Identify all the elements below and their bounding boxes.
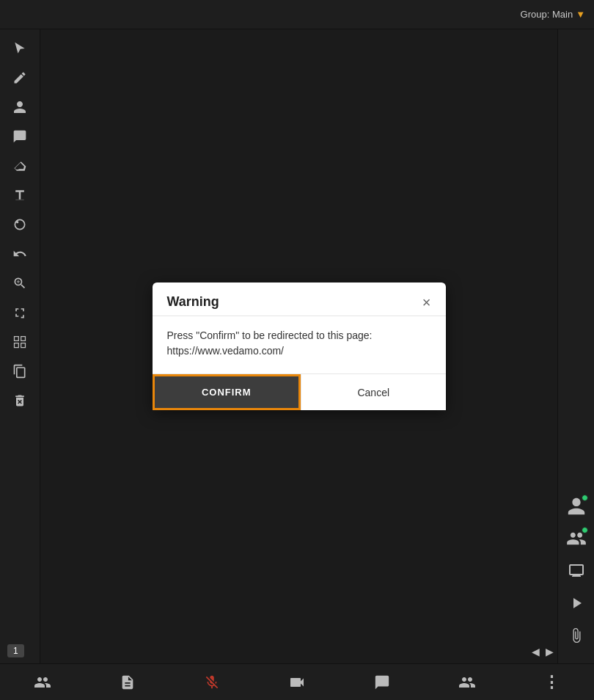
user-tool[interactable]: [7, 94, 33, 120]
cancel-button[interactable]: Cancel: [301, 374, 446, 410]
modal-body: Press "Confirm" to be redirected to this…: [153, 316, 446, 373]
mic-off-button[interactable]: [204, 674, 220, 690]
undo-tool[interactable]: [7, 241, 33, 267]
grid-tool[interactable]: [7, 329, 33, 355]
modal-footer: CONFIRM Cancel: [153, 373, 446, 410]
chat-tool[interactable]: [7, 123, 33, 150]
chat-button[interactable]: [374, 674, 390, 690]
play-icon[interactable]: [563, 590, 590, 616]
cursor-tool[interactable]: [7, 35, 33, 62]
next-page-button[interactable]: ▶: [546, 646, 554, 657]
group-users-icon[interactable]: [563, 525, 590, 552]
left-toolbar: [0, 29, 40, 663]
more-button[interactable]: ⋮: [543, 673, 560, 692]
top-bar: Group: Main ▼: [0, 0, 594, 29]
pen-tool[interactable]: [7, 65, 33, 91]
group-label: Group: Main ▼: [521, 9, 585, 20]
participants-button[interactable]: [34, 674, 51, 691]
eraser-tool[interactable]: [7, 153, 33, 179]
modal-close-button[interactable]: ×: [422, 295, 431, 310]
svg-point-1: [16, 221, 18, 223]
attachment-icon[interactable]: [563, 622, 590, 649]
nav-arrows: ◀ ▶: [532, 646, 554, 657]
online-user-icon[interactable]: [563, 493, 590, 519]
modal-title: Warning: [167, 294, 219, 310]
right-toolbar: [557, 29, 594, 663]
zoom-tool[interactable]: [7, 270, 33, 296]
canvas-area: Warning × Press "Confirm" to be redirect…: [40, 29, 557, 663]
text-tool[interactable]: [7, 182, 33, 208]
fullscreen-tool[interactable]: [7, 299, 33, 326]
modal-url: https://www.vedamo.com/: [167, 345, 285, 357]
document-button[interactable]: [120, 674, 136, 690]
modal-overlay: Warning × Press "Confirm" to be redirect…: [40, 29, 557, 663]
warning-modal: Warning × Press "Confirm" to be redirect…: [153, 282, 446, 410]
prev-page-button[interactable]: ◀: [532, 646, 540, 657]
svg-point-0: [15, 219, 24, 229]
modal-header: Warning ×: [153, 282, 446, 316]
video-button[interactable]: [288, 674, 306, 691]
confirm-button[interactable]: CONFIRM: [153, 374, 301, 410]
bottom-bar: ⋮: [0, 663, 594, 700]
chevron-icon: ▼: [576, 9, 585, 20]
screen-share-icon[interactable]: [563, 558, 590, 584]
group-button[interactable]: [458, 674, 476, 691]
page-number: 1: [7, 644, 24, 657]
delete-tool[interactable]: [7, 387, 33, 414]
copy-tool[interactable]: [7, 358, 33, 384]
shape-tool[interactable]: [7, 211, 33, 238]
modal-body-text: Press "Confirm" to be redirected to this…: [167, 329, 373, 341]
